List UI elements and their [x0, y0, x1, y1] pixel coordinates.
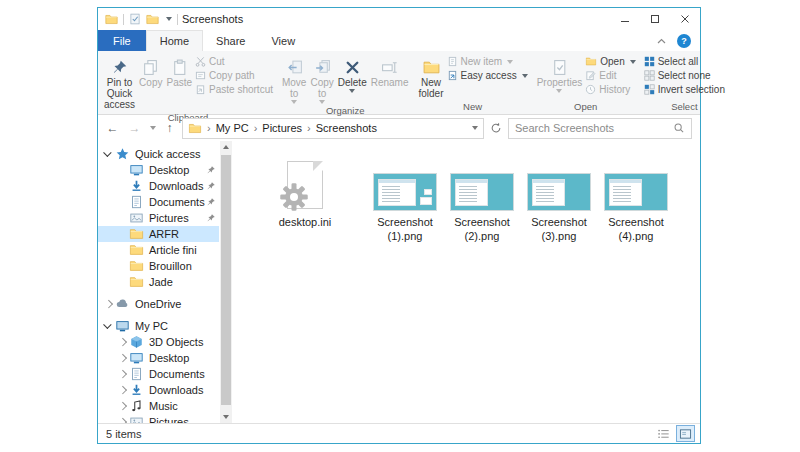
file-item-screenshot-1-png[interactable]: Screenshot (1).png: [368, 153, 442, 244]
dropdown-caret-icon: [150, 126, 156, 130]
sidebar-item-label: 3D Objects: [149, 336, 203, 348]
breadcrumb[interactable]: ›My PC›Pictures›Screenshots: [182, 118, 484, 139]
history-button[interactable]: History: [584, 84, 636, 95]
recent-locations-button[interactable]: [147, 118, 157, 138]
copy-button[interactable]: Copy: [137, 53, 164, 112]
breadcrumb-item-my-pc[interactable]: My PC: [216, 122, 249, 134]
easy-access-button[interactable]: Easy access: [446, 70, 529, 81]
properties-quick-icon[interactable]: [129, 13, 141, 25]
sidebar-item-downloads[interactable]: Downloads: [98, 382, 219, 398]
chevron-right-icon[interactable]: [116, 334, 129, 350]
sidebar-item-music[interactable]: Music: [98, 398, 219, 414]
tab-share[interactable]: Share: [203, 30, 258, 51]
search-input[interactable]: [515, 122, 673, 134]
new-folder-quick-icon[interactable]: [146, 13, 159, 26]
details-view-button[interactable]: [654, 425, 673, 442]
tab-view[interactable]: View: [258, 30, 308, 51]
navigation-pane: Quick accessDesktopDownloadsDocumentsPic…: [98, 141, 232, 423]
select-none-button[interactable]: Select none: [643, 70, 726, 81]
sidebar-item-documents[interactable]: Documents: [98, 366, 219, 382]
sidebar-item-arfr[interactable]: ARFR: [98, 226, 219, 242]
item-count: 5 items: [106, 428, 141, 440]
sidebar-item-label: Pictures: [149, 212, 189, 224]
sidebar-item-documents[interactable]: Documents: [98, 194, 219, 210]
sidebar-item-my-pc[interactable]: My PC: [98, 318, 219, 334]
tab-home[interactable]: Home: [146, 30, 203, 51]
qat-dropdown-icon[interactable]: [166, 17, 172, 21]
chevron-right-icon[interactable]: [116, 366, 129, 382]
properties-button[interactable]: Properties: [535, 53, 585, 101]
sidebar-item-quick-access[interactable]: Quick access: [98, 146, 219, 162]
breadcrumb-item-pictures[interactable]: Pictures: [262, 122, 302, 134]
up-button[interactable]: ↑: [160, 118, 179, 138]
folder-icon: [129, 243, 144, 257]
forward-button[interactable]: →: [125, 118, 144, 138]
sidebar-scrollbar[interactable]: [220, 141, 232, 423]
close-button[interactable]: [670, 8, 700, 30]
sidebar-item-downloads[interactable]: Downloads: [98, 178, 219, 194]
select-all-button[interactable]: Select all: [643, 56, 726, 67]
file-icon: [604, 153, 668, 211]
chevron-right-icon[interactable]: [116, 398, 129, 414]
dropdown-caret-icon: [522, 74, 528, 78]
move-to-button[interactable]: Move to: [280, 53, 308, 105]
sidebar-item-brouillon[interactable]: Brouillon: [98, 258, 219, 274]
sidebar-item-desktop[interactable]: Desktop: [98, 350, 219, 366]
address-dropdown-icon[interactable]: [472, 126, 478, 130]
paste-shortcut-button[interactable]: Paste shortcut: [194, 84, 274, 95]
chevron-down-icon[interactable]: [102, 318, 115, 334]
sidebar-item-pictures[interactable]: Pictures: [98, 414, 219, 423]
back-button[interactable]: ←: [103, 118, 122, 138]
file-item-desktop-ini[interactable]: desktop.ini: [262, 153, 348, 230]
minimize-button[interactable]: [610, 8, 640, 30]
large-icons-view-button[interactable]: [676, 425, 695, 442]
address-bar-row: ← → ↑ ›My PC›Pictures›Screenshots: [98, 115, 700, 141]
sidebar-item-pictures[interactable]: Pictures: [98, 210, 219, 226]
chevron-down-icon[interactable]: [102, 146, 115, 162]
divider: [177, 14, 178, 25]
maximize-button[interactable]: [640, 8, 670, 30]
sidebar-item-3d-objects[interactable]: 3D Objects: [98, 334, 219, 350]
copy-to-button[interactable]: Copy to: [308, 53, 335, 105]
chevron-right-icon[interactable]: [116, 350, 129, 366]
sidebar-item-jade[interactable]: Jade: [98, 274, 219, 290]
sidebar-item-article-fini[interactable]: Article fini: [98, 242, 219, 258]
help-icon[interactable]: ?: [677, 34, 691, 48]
scroll-down-icon[interactable]: [220, 411, 232, 423]
cut-button[interactable]: Cut: [194, 56, 274, 67]
file-name: Screenshot (1).png: [368, 216, 442, 244]
thumbnail-window: [455, 179, 488, 206]
file-item-screenshot-4-png[interactable]: Screenshot (4).png: [599, 153, 673, 244]
star-icon: [115, 147, 130, 161]
sidebar-item-desktop[interactable]: Desktop: [98, 162, 219, 178]
rename-button[interactable]: Rename: [369, 53, 411, 105]
scroll-up-icon[interactable]: [220, 141, 232, 153]
new-item-button[interactable]: New item: [446, 56, 529, 67]
refresh-button[interactable]: [487, 118, 505, 138]
dropdown-caret-icon: [556, 89, 562, 93]
file-name: desktop.ini: [279, 216, 332, 230]
chevron-right-icon[interactable]: [116, 382, 129, 398]
chevron-right-icon[interactable]: [116, 414, 129, 423]
file-item-screenshot-3-png[interactable]: Screenshot (3).png: [522, 153, 596, 244]
chevron-right-icon[interactable]: [102, 296, 115, 312]
file-item-screenshot-2-png[interactable]: Screenshot (2).png: [445, 153, 519, 244]
copy-path-button[interactable]: Copy path: [194, 70, 274, 81]
paste-button[interactable]: Paste: [164, 53, 194, 112]
edit-button[interactable]: Edit: [584, 70, 636, 81]
scrollbar-thumb[interactable]: [221, 155, 231, 405]
minimize-icon: [619, 13, 631, 25]
search-icon[interactable]: [673, 122, 685, 134]
window-title: Screenshots: [182, 13, 243, 25]
breadcrumb-item-screenshots[interactable]: Screenshots: [316, 122, 377, 134]
sidebar-item-onedrive[interactable]: OneDrive: [98, 296, 219, 312]
tab-file[interactable]: File: [98, 30, 146, 51]
invert-selection-button[interactable]: Invert selection: [643, 84, 726, 95]
breadcrumb-crumbs: ›My PC›Pictures›Screenshots: [207, 122, 377, 134]
open-button[interactable]: Open: [584, 56, 636, 67]
group-label-open: Open: [532, 101, 640, 114]
new-folder-button[interactable]: New folder: [417, 53, 446, 101]
pin-to-quick-access-button[interactable]: Pin to Quick access: [102, 53, 137, 112]
delete-button[interactable]: Delete: [336, 53, 369, 105]
collapse-ribbon-icon[interactable]: [656, 37, 667, 45]
